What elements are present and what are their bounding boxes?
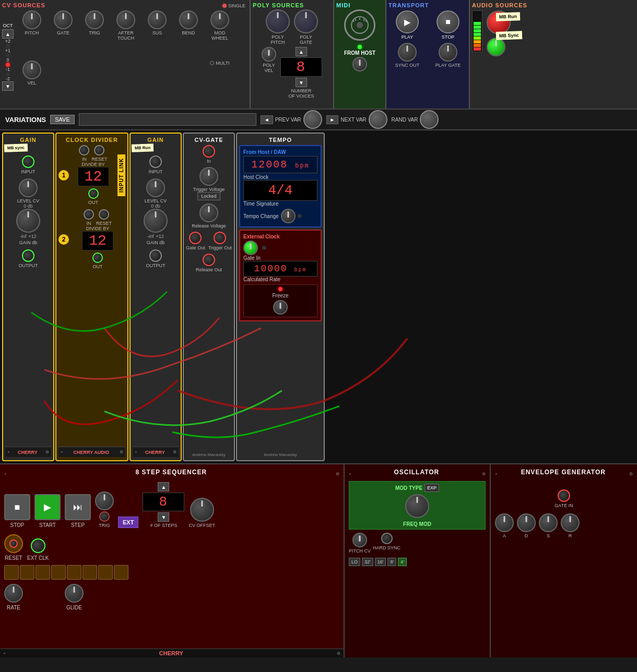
freq-btn-32[interactable]: 32' (362, 558, 373, 566)
play-gate-knob[interactable] (439, 43, 457, 62)
seq-ext-button[interactable]: EXT (118, 517, 138, 528)
seq-step-4[interactable] (51, 565, 66, 580)
next-var-knob[interactable] (369, 110, 387, 129)
env-release-knob[interactable] (561, 513, 580, 532)
seq-step-3[interactable] (36, 565, 50, 580)
pitch-cv-col: PITCH CV (349, 533, 371, 554)
seq-step-7[interactable] (98, 565, 113, 580)
tempo-change-knob[interactable] (281, 209, 296, 223)
mod-type-label: MOD TYPE (395, 485, 422, 491)
clock1-out-jack[interactable] (88, 188, 99, 199)
cvgate-gate-out-jack[interactable] (189, 232, 202, 244)
clock1-reset-jack[interactable] (94, 145, 104, 155)
envelope-panel: + ENVELOPE GENERATOR ⚙ GATE IN A D S R (491, 464, 637, 657)
seq-reset-button[interactable] (4, 534, 23, 553)
gain2-max: +12 (156, 234, 164, 239)
variations-input[interactable] (79, 113, 256, 126)
single-radio[interactable]: SINGLE (222, 3, 245, 8)
pitch-knob[interactable] (22, 10, 41, 29)
steps-down-button[interactable]: ▼ (158, 512, 169, 522)
glide-knob[interactable] (65, 584, 84, 603)
cvgate-trig-out-jack[interactable] (214, 232, 226, 244)
gain1-gain-knob[interactable] (16, 209, 40, 233)
trig-knob[interactable] (85, 10, 104, 29)
env-decay-knob[interactable] (517, 513, 536, 532)
seq-step-1[interactable] (4, 565, 19, 580)
voices-up-button[interactable]: ▲ (296, 47, 307, 56)
clock2-input-jack[interactable] (84, 209, 94, 220)
poly-vel-knob[interactable] (262, 47, 276, 62)
gain2-output-jack[interactable] (149, 249, 162, 262)
gain2-gain-knob[interactable] (144, 209, 168, 233)
seq-step-2[interactable] (20, 565, 34, 580)
prev-var-knob[interactable] (303, 110, 322, 129)
vu-bar-2 (474, 44, 481, 47)
seq-step-8[interactable] (114, 565, 128, 580)
vel-knob[interactable] (22, 61, 41, 79)
bend-knob[interactable] (179, 10, 198, 29)
freq-btn-lo[interactable]: LO (349, 558, 360, 566)
freq-mod-label: FREQ MOD (351, 521, 483, 527)
poly-gate-knob[interactable] (294, 9, 318, 33)
clock-section1: 1 IN RESET DIVIDE BY 12 OUT (58, 145, 125, 205)
stop-button[interactable]: ■ (437, 10, 459, 33)
seq-ext-col: EXT (118, 517, 138, 528)
oct-up-button[interactable]: ▲ (2, 29, 14, 39)
gain2-input-jack[interactable] (149, 155, 162, 168)
save-button[interactable]: SAVE (50, 115, 75, 124)
cvgate-release-knob[interactable] (199, 203, 218, 222)
clock2-reset-jack[interactable] (99, 209, 109, 220)
clock1-reset-label: RESET (91, 157, 107, 162)
env-sustain-knob[interactable] (539, 513, 558, 532)
cvgate-in-label: In (207, 159, 211, 164)
env-gate-in-jack[interactable] (558, 489, 570, 502)
seq-step-6[interactable] (82, 565, 97, 580)
seq-trig-jack[interactable] (99, 511, 110, 522)
freq-mod-knob[interactable] (405, 494, 429, 518)
seq-step-5[interactable] (67, 565, 81, 580)
env-attack-knob[interactable] (495, 513, 514, 532)
aftertouch-knob[interactable] (116, 10, 135, 29)
seq-stop-button[interactable]: ■ (4, 494, 30, 520)
sus-knob[interactable] (148, 10, 167, 29)
rand-var-knob[interactable] (420, 110, 439, 129)
clock1-input-jack[interactable] (79, 145, 89, 155)
seq-start-button[interactable]: ▶ (34, 494, 61, 520)
freq-btn-8[interactable]: 8' (387, 558, 396, 566)
oct-down-button[interactable]: ▼ (2, 81, 14, 91)
cv-offset-knob[interactable] (190, 498, 214, 522)
cvgate-in-jack[interactable] (203, 145, 215, 158)
clock2-out-jack[interactable] (92, 253, 103, 263)
seq-ext-clk-label: EXT CLK (27, 555, 49, 561)
gain2-level-cv-knob[interactable] (146, 178, 165, 197)
ext-clock-gate-knob[interactable] (243, 241, 258, 255)
prev-var-button[interactable]: ◄ (261, 115, 273, 124)
freq-btn-16[interactable]: 16' (375, 558, 386, 566)
cvgate-trigger-knob[interactable] (199, 167, 218, 186)
voices-down-button[interactable]: ▼ (296, 78, 307, 87)
audio-sync-knob[interactable] (487, 38, 505, 56)
poly-pitch-knob[interactable] (266, 9, 290, 33)
seq-ext-clk-jack[interactable] (31, 538, 45, 553)
modwheel-knob[interactable] (210, 10, 229, 29)
pitch-cv-knob[interactable] (352, 533, 367, 547)
exp-btn[interactable]: EXP (424, 484, 439, 492)
freq-btn-4[interactable]: 4' (398, 558, 407, 566)
hard-sync-jack[interactable] (381, 533, 393, 544)
play-button[interactable]: ▶ (396, 10, 419, 33)
gain1-output-jack[interactable] (22, 249, 34, 262)
cvgate-release-out-jack[interactable] (203, 254, 215, 266)
steps-up-button[interactable]: ▲ (158, 482, 169, 491)
gate-knob[interactable] (54, 10, 73, 29)
seq-reset-jack[interactable] (9, 539, 18, 548)
gain1-input-jack[interactable] (22, 155, 34, 168)
rate-knob[interactable] (4, 584, 23, 603)
seq-trig-knob[interactable] (95, 491, 114, 510)
next-var-button[interactable]: ► (326, 115, 339, 124)
midi-from-host-knob[interactable] (352, 57, 367, 71)
multi-radio[interactable]: MULTI (210, 61, 229, 66)
seq-step-button[interactable]: ⏭ (65, 494, 91, 520)
freeze-knob[interactable] (273, 300, 288, 315)
gain1-level-cv-knob[interactable] (19, 178, 38, 197)
sync-out-knob[interactable] (398, 43, 417, 62)
